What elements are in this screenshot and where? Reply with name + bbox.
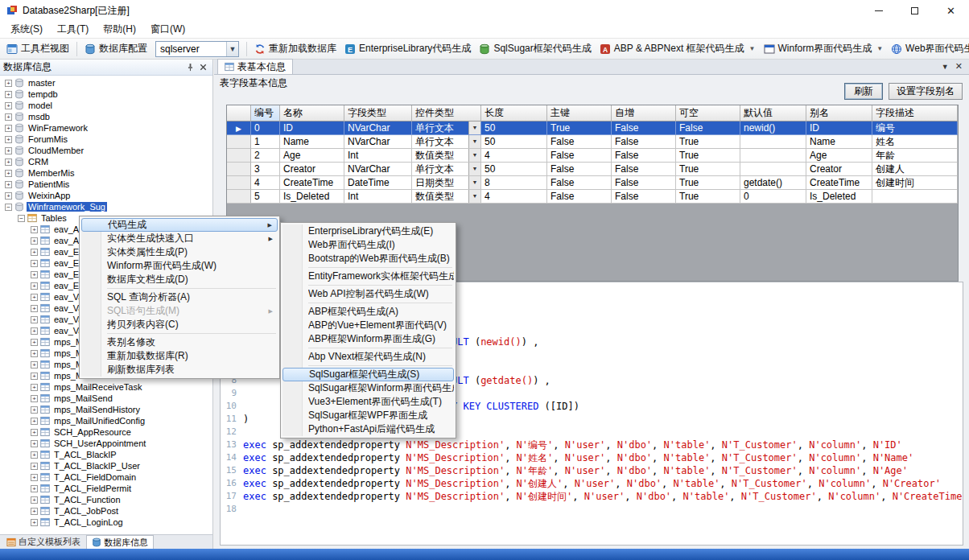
grid-cell[interactable]: Age <box>280 149 344 163</box>
tree-node[interactable]: +SCH_AppResource <box>0 426 212 438</box>
submenu-item-2-0[interactable]: Web API控制器代码生成(W) <box>282 287 454 301</box>
grid-cell[interactable]: False <box>676 121 740 135</box>
tree-expander-icon[interactable]: + <box>5 113 12 121</box>
grid-cell[interactable]: False <box>547 176 612 190</box>
chevron-down-icon[interactable]: ▼ <box>749 45 756 52</box>
grid-col-header[interactable]: 名称 <box>280 105 344 121</box>
grid-cell[interactable]: 4 <box>251 176 280 190</box>
grid-row[interactable]: 3CreatorNVarChar单行文本▼50FalseFalseTrueCre… <box>227 163 958 176</box>
menu-item-1[interactable]: 工具(T) <box>50 20 96 39</box>
grid-cell[interactable]: 年龄 <box>872 149 958 163</box>
grid-col-header[interactable]: 字段描述 <box>872 105 958 121</box>
grid-cell[interactable]: 2 <box>251 149 280 163</box>
context-menu-item-1-2[interactable]: 拷贝列表内容(C) <box>81 318 278 331</box>
toolbar-button-0[interactable]: 工具栏视图 <box>3 40 72 57</box>
tree-expander-icon[interactable]: + <box>31 463 38 470</box>
grid-cell[interactable]: False <box>547 163 612 176</box>
grid-col-header[interactable]: 主键 <box>547 105 612 121</box>
grid-cell[interactable]: CreateTime <box>806 176 872 190</box>
tree-node[interactable]: +PatientMis <box>0 179 212 190</box>
toolbar-button-8[interactable]: AABP & ABPNext 框架代码生成▼ <box>596 40 759 57</box>
grid-cell[interactable]: DateTime <box>344 176 412 190</box>
grid-cell[interactable] <box>872 190 958 204</box>
sidebar-tab-1[interactable]: 数据库信息 <box>86 535 154 549</box>
grid-cell[interactable]: 创建人 <box>872 163 958 176</box>
grid-cell[interactable]: ID <box>280 121 344 135</box>
tree-node[interactable]: +CRM <box>0 156 212 167</box>
grid-cell[interactable]: 姓名 <box>872 135 958 149</box>
tree-node[interactable]: +model <box>0 100 212 111</box>
grid-cell[interactable]: False <box>612 163 676 176</box>
submenu-item-5-2[interactable]: Vue3+Element界面代码生成(T) <box>282 395 454 409</box>
tree-node[interactable]: +master <box>0 77 212 89</box>
grid-row[interactable]: 2AgeInt数值类型▼4FalseFalseTrueAge年龄 <box>227 149 958 163</box>
grid-col-header[interactable]: 编号 <box>251 105 280 121</box>
grid-cell[interactable]: 4 <box>481 190 547 204</box>
tree-node[interactable]: +T_ACL_FieldPermit <box>0 483 212 494</box>
grid-cell[interactable]: False <box>612 176 676 190</box>
grid-cell[interactable]: CreateTime <box>280 176 344 190</box>
row-selector[interactable] <box>227 163 251 176</box>
tree-expander-icon[interactable]: + <box>31 350 38 357</box>
refresh-button[interactable]: 刷新 <box>844 83 883 100</box>
maximize-button[interactable] <box>897 0 933 21</box>
submenu-item-0-0[interactable]: EnterpriseLibrary代码生成(E) <box>282 224 454 238</box>
grid-cell[interactable]: 4 <box>481 149 547 163</box>
combo-dropdown-icon[interactable]: ▼ <box>468 135 480 148</box>
submenu-item-5-1[interactable]: SqlSugar框架Winform界面代码生成(U) <box>282 381 454 395</box>
context-menu-item-2-1[interactable]: 重新加载数据库(R) <box>81 349 278 363</box>
grid-cell[interactable]: 1 <box>251 135 280 149</box>
tabstrip-close-icon[interactable]: ✕ <box>955 61 963 72</box>
tree-expander-icon[interactable]: + <box>5 159 12 166</box>
grid-col-header[interactable]: 可空 <box>676 105 740 121</box>
grid-row[interactable]: 1NameNVarChar单行文本▼50FalseFalseTrueName姓名 <box>227 135 958 149</box>
tab-table-basic-info[interactable]: 表基本信息 <box>217 59 293 74</box>
submenu-item-4-0[interactable]: Abp VNext框架代码生成(N) <box>282 350 454 364</box>
grid-cell[interactable]: 日期类型▼ <box>412 176 481 190</box>
grid-cell[interactable]: 单行文本▼ <box>412 135 481 149</box>
tree-expander-icon[interactable]: + <box>31 440 38 447</box>
grid-cell[interactable] <box>740 163 806 176</box>
tree-expander-icon[interactable]: + <box>5 147 12 154</box>
grid-cell[interactable]: 50 <box>481 163 547 176</box>
pin-button[interactable] <box>183 61 196 74</box>
tree-node[interactable]: +mps_MailReceiveTask <box>0 381 212 393</box>
tree-node[interactable]: +mps_MailSendHistory <box>0 404 212 415</box>
grid-cell[interactable]: getdate() <box>740 176 806 190</box>
tree-node[interactable]: +T_ACL_BlackIP_User <box>0 460 212 471</box>
grid-cell[interactable]: True <box>676 190 740 204</box>
tree-expander-icon[interactable]: + <box>31 305 38 312</box>
grid-row[interactable]: 4CreateTimeDateTime日期类型▼8FalseFalseTrueg… <box>227 176 958 190</box>
row-selector[interactable] <box>227 176 251 190</box>
tree-node[interactable]: +T_ACL_FieldDomain <box>0 471 212 483</box>
grid-cell[interactable]: False <box>612 149 676 163</box>
tree-expander-icon[interactable]: + <box>31 451 38 459</box>
tree-expander-icon[interactable]: + <box>31 339 38 346</box>
row-selector[interactable] <box>227 190 251 204</box>
tree-expander-icon[interactable]: + <box>31 294 38 301</box>
tree-expander-icon[interactable]: + <box>31 474 38 481</box>
tree-node[interactable]: +mps_MailSend <box>0 393 212 404</box>
combo-dropdown-icon[interactable]: ▼ <box>468 149 480 162</box>
tree-node[interactable]: +WeixinApp <box>0 190 212 201</box>
tree-expander-icon[interactable]: + <box>31 519 38 526</box>
tree-node[interactable]: +WinFramework <box>0 122 212 134</box>
tree-expander-icon[interactable]: + <box>5 91 12 98</box>
tree-expander-icon[interactable]: + <box>5 192 12 200</box>
toolbar-button-2[interactable]: 数据库配置 <box>81 40 151 57</box>
grid-cell[interactable]: newid() <box>740 121 806 135</box>
grid-col-header[interactable]: 自增 <box>612 105 676 121</box>
grid-cell[interactable]: NVarChar <box>344 163 412 176</box>
tab-list-dropdown-icon[interactable]: ▼ <box>942 63 949 71</box>
grid-cell[interactable]: 8 <box>481 176 547 190</box>
tree-node[interactable]: +mps_MailUnifiedConfig <box>0 415 212 426</box>
context-menu-item-0-3[interactable]: Winform界面代码生成(W) <box>81 259 278 273</box>
tree-node[interactable]: +CloudMember <box>0 145 212 156</box>
tree-node[interactable]: +tempdb <box>0 89 212 100</box>
chevron-down-icon[interactable]: ▼ <box>876 45 883 52</box>
tree-expander-icon[interactable]: + <box>31 316 38 323</box>
tree-node[interactable]: +MemberMis <box>0 167 212 179</box>
grid-cell[interactable]: 编号 <box>872 121 958 135</box>
sidebar-close-button[interactable] <box>196 61 209 74</box>
grid-col-header[interactable]: 默认值 <box>740 105 806 121</box>
